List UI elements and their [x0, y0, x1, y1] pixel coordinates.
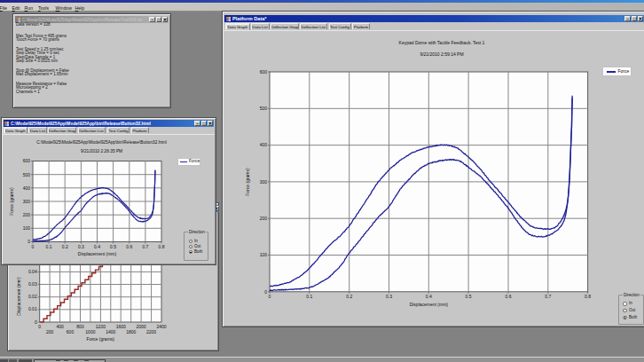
svg-text:600: 600 [67, 329, 75, 334]
svg-text:0.2: 0.2 [62, 244, 68, 249]
svg-text:800: 800 [76, 324, 84, 329]
svg-text:0.6: 0.6 [126, 244, 132, 249]
svg-text:0.02: 0.02 [28, 294, 37, 299]
svg-text:100: 100 [23, 225, 31, 231]
svg-text:2200: 2200 [146, 329, 156, 334]
svg-text:0.7: 0.7 [545, 294, 551, 299]
svg-text:Force (grams): Force (grams) [9, 187, 14, 216]
svg-text:0: 0 [264, 289, 267, 295]
svg-text:Displacement (mm): Displacement (mm) [16, 277, 21, 316]
svg-text:0.3: 0.3 [78, 244, 84, 249]
svg-text:Displacement (mm): Displacement (mm) [78, 251, 117, 256]
svg-text:200: 200 [46, 329, 54, 334]
svg-text:0.2: 0.2 [346, 294, 352, 299]
svg-text:1600: 1600 [116, 324, 126, 329]
svg-text:1000: 1000 [85, 329, 95, 334]
svg-text:2400: 2400 [156, 324, 166, 329]
svg-text:2000: 2000 [137, 324, 146, 329]
svg-text:0.04: 0.04 [28, 269, 37, 274]
svg-text:1800: 1800 [126, 329, 136, 334]
svg-text:200: 200 [23, 212, 31, 217]
svg-text:0.8: 0.8 [159, 244, 165, 249]
svg-text:Force (grams): Force (grams) [245, 168, 250, 196]
svg-text:100: 100 [260, 252, 268, 257]
svg-text:Displacement (mm): Displacement (mm) [410, 302, 449, 307]
svg-text:0.8: 0.8 [585, 294, 591, 299]
svg-text:0.7: 0.7 [142, 244, 148, 249]
svg-text:500: 500 [23, 172, 31, 177]
svg-text:500: 500 [260, 106, 268, 111]
svg-text:300: 300 [260, 179, 268, 185]
svg-text:0.6: 0.6 [506, 294, 512, 299]
svg-text:0: 0 [269, 294, 271, 299]
svg-text:Force (grams): Force (grams) [87, 336, 115, 342]
svg-text:0.3: 0.3 [386, 294, 392, 299]
svg-text:600: 600 [23, 158, 31, 163]
svg-text:0: 0 [38, 324, 41, 329]
svg-text:0: 0 [32, 244, 35, 249]
svg-text:0: 0 [35, 319, 37, 325]
svg-text:0.1: 0.1 [46, 244, 52, 249]
svg-text:0.5: 0.5 [466, 294, 472, 299]
svg-text:0.4: 0.4 [94, 244, 100, 249]
svg-text:0.03: 0.03 [28, 281, 37, 287]
svg-text:200: 200 [260, 216, 268, 221]
svg-text:400: 400 [23, 185, 31, 191]
svg-text:300: 300 [23, 199, 31, 204]
svg-text:0.1: 0.1 [306, 294, 312, 299]
svg-text:0: 0 [27, 239, 30, 244]
svg-text:1200: 1200 [96, 324, 106, 329]
svg-text:600: 600 [260, 69, 268, 75]
svg-text:0.5: 0.5 [110, 244, 116, 249]
svg-text:400: 400 [260, 142, 268, 147]
svg-text:400: 400 [56, 324, 64, 329]
svg-text:0.4: 0.4 [426, 294, 432, 299]
svg-text:1400: 1400 [106, 329, 115, 334]
svg-text:0.01: 0.01 [28, 306, 37, 311]
